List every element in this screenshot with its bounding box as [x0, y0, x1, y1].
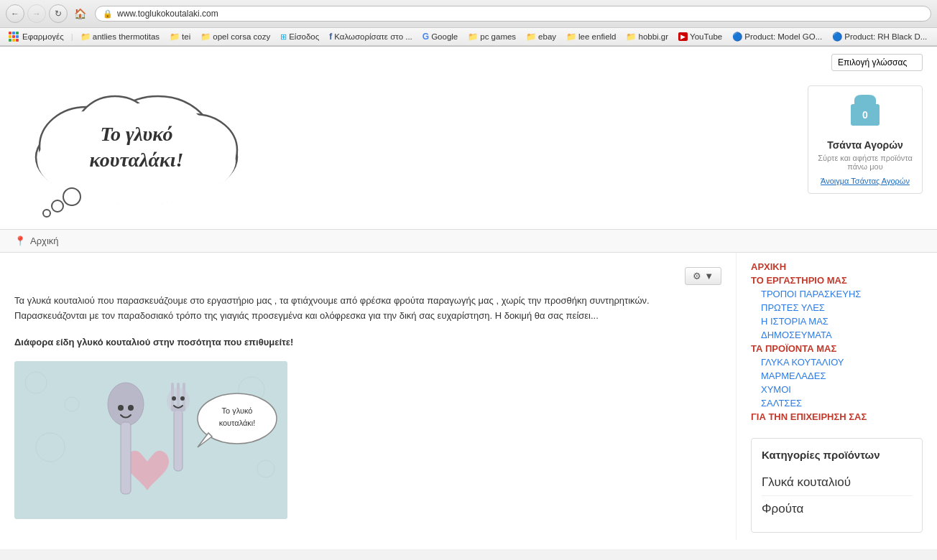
- svg-point-32: [180, 396, 185, 401]
- bookmark-label: lee enfield: [578, 32, 616, 41]
- svg-point-12: [43, 210, 50, 217]
- url-text: www.toglukokoutalaki.com: [117, 9, 923, 19]
- bookmark-hobbi[interactable]: 📁 hobbi.gr: [623, 31, 671, 42]
- content-area: ⚙ ▼ Τα γλυκά κουταλιού που παρασκευάζουμ…: [0, 253, 736, 540]
- apps-bookmark[interactable]: Εφαρμογές: [6, 31, 67, 42]
- folder-icon: 📁: [80, 32, 91, 42]
- folder-icon: 📁: [526, 32, 536, 42]
- bookmark-label: pc games: [480, 32, 516, 41]
- gear-toolbar: ⚙ ▼: [14, 267, 721, 285]
- categories-box: Κατηγορίες προϊόντων Γλυκά κουταλιού Φρο…: [751, 438, 923, 533]
- bookmark-ebay[interactable]: 📁 ebay: [523, 31, 559, 42]
- refresh-button[interactable]: ↻: [49, 4, 68, 23]
- bookmark-google[interactable]: G Google: [420, 31, 461, 42]
- breadcrumb-home[interactable]: Αρχική: [30, 235, 59, 246]
- svg-point-30: [167, 388, 190, 414]
- bookmark-opel[interactable]: 📁 opel corsa cozy: [198, 31, 273, 42]
- bookmark-label: tei: [182, 32, 190, 41]
- dropdown-arrow: ▼: [704, 271, 714, 281]
- sidebar-item-dimosevmata[interactable]: ΔΗΜΟΣΕΥΜΑΤΑ: [751, 328, 923, 342]
- back-button[interactable]: ←: [6, 4, 24, 23]
- sidebar-item-proionta[interactable]: ΤΑ ΠΡΟΪΟΝΤΑ ΜΑΣ: [751, 342, 923, 355]
- bookmarks-bar: Εφαρμογές | 📁 antlies thermotitas 📁 tei …: [0, 28, 937, 46]
- cart-open-link[interactable]: Άνοιγμα Τσάντας Αγορών: [821, 177, 910, 185]
- sidebar-item-saltses[interactable]: ΣΑΛΤΣΕΣ: [751, 396, 923, 410]
- main-bold-text: Διάφορα είδη γλυκό κουταλιού στην ποσότη…: [14, 335, 721, 350]
- bookmark-label: antlies thermotitas: [93, 32, 160, 41]
- bookmark-eisodos[interactable]: ⊞ Είσοδος: [277, 32, 322, 42]
- folder-icon: 📁: [170, 32, 180, 42]
- page-icon: 🔵: [732, 32, 742, 42]
- cart-icon-wrapper: 0: [844, 93, 887, 135]
- bookmark-label: Product: RH Black D...: [844, 32, 927, 41]
- page-header: Το γλυκό κουταλάκι! 0 Τσάντα Αγορών Σύρτ…: [0, 71, 937, 229]
- forward-button[interactable]: →: [27, 4, 46, 23]
- bookmark-label: hobbi.gr: [638, 32, 668, 41]
- bookmark-label: Καλωσορίσατε στο ...: [334, 32, 412, 41]
- cart-bag-icon: 0: [844, 93, 887, 133]
- logo-cloud: Το γλυκό κουταλάκι!: [14, 78, 259, 222]
- browser-chrome: ← → ↻ 🏠 🔒 www.toglukokoutalaki.com Εφαρμ…: [0, 0, 937, 47]
- home-button[interactable]: 🏠: [70, 4, 89, 23]
- sidebar-item-arxiki[interactable]: ΑΡΧΙΚΗ: [751, 260, 923, 274]
- cart-title: Τσάντα Αγορών: [816, 139, 915, 151]
- sidebar-item-protes[interactable]: ΠΡΩΤΕΣ ΥΛΕΣ: [751, 301, 923, 314]
- sidebar-item-xymoi[interactable]: ΧΥΜΟΙ: [751, 383, 923, 396]
- bookmark-lee[interactable]: 📁 lee enfield: [563, 31, 619, 42]
- svg-text:Το γλυκό: Το γλυκό: [222, 406, 253, 415]
- svg-rect-29: [174, 410, 183, 471]
- sidebar-item-glyka[interactable]: ΓΛΥΚΑ ΚΟΥΤΑΛΙΟΥ: [751, 355, 923, 369]
- sidebar: ΑΡΧΙΚΗ ΤΟ ΕΡΓΑΣΤΗΡΙΟ ΜΑΣ ΤΡΟΠΟΙ ΠΑΡΑΣΚΕΥ…: [736, 253, 937, 540]
- bookmark-label: ebay: [538, 32, 556, 41]
- bookmark-label: opel corsa cozy: [213, 32, 270, 41]
- svg-point-24: [128, 405, 134, 411]
- bookmark-fb[interactable]: f Καλωσορίσατε στο ...: [326, 31, 415, 42]
- sidebar-item-tropoi[interactable]: ΤΡΟΠΟΙ ΠΑΡΑΣΚΕΥΗΣ: [751, 287, 923, 301]
- bookmark-label: YouTube: [690, 32, 722, 41]
- main-layout: ⚙ ▼ Τα γλυκά κουταλιού που παρασκευάζουμ…: [0, 253, 937, 540]
- svg-point-10: [63, 188, 80, 205]
- bookmark-tei[interactable]: 📁 tei: [167, 31, 193, 42]
- svg-rect-22: [121, 422, 131, 494]
- categories-title: Κατηγορίες προϊόντων: [762, 449, 912, 461]
- logo-area: Το γλυκό κουταλάκι!: [14, 78, 287, 222]
- google-icon: G: [423, 32, 429, 42]
- cart-widget: 0 Τσάντα Αγορών Σύρτε και αφήστε προϊόντ…: [808, 85, 923, 194]
- main-body-text: Τα γλυκά κουταλιού που παρασκευάζουμε στ…: [14, 294, 721, 324]
- folder-icon: 📁: [626, 32, 636, 42]
- bookmark-pcgames[interactable]: 📁 pc games: [465, 31, 519, 42]
- pin-icon: 📍: [14, 235, 26, 246]
- sidebar-item-epixeirisi[interactable]: ΓΙΑ ΤΗΝ ΕΠΙΧΕΙΡΗΣΗ ΣΑΣ: [751, 410, 923, 424]
- breadcrumb-bar: 📍 Αρχική: [0, 229, 937, 253]
- gear-settings-button[interactable]: ⚙ ▼: [685, 267, 721, 285]
- cart-subtitle: Σύρτε και αφήστε προϊόντα πάνω μου: [816, 154, 915, 171]
- address-bar[interactable]: 🔒 www.toglukokoutalaki.com: [95, 6, 931, 22]
- bookmark-product2[interactable]: 🔵 Product: RH Black D...: [829, 31, 930, 42]
- svg-point-11: [52, 200, 63, 212]
- svg-point-23: [118, 405, 124, 411]
- facebook-icon: f: [329, 32, 332, 42]
- folder-icon: 📁: [566, 32, 576, 42]
- category-item-glyka[interactable]: Γλυκά κουταλιού: [762, 470, 912, 496]
- sidebar-item-ergastirio[interactable]: ΤΟ ΕΡΓΑΣΤΗΡΙΟ ΜΑΣ: [751, 274, 923, 287]
- page-wrapper: Επιλογή γλώσσας: [0, 47, 937, 549]
- bookmark-label: Είσοδος: [289, 32, 319, 41]
- bookmark-label: Google: [431, 32, 458, 41]
- main-illustration: Το γλυκό κουταλάκι!: [14, 361, 287, 519]
- bookmark-product1[interactable]: 🔵 Product: Model GO...: [729, 31, 825, 42]
- page-icon: 🔵: [832, 32, 842, 42]
- sidebar-item-istoria[interactable]: Η ΙΣΤΟΡΙΑ ΜΑΣ: [751, 314, 923, 328]
- language-selector[interactable]: Επιλογή γλώσσας: [831, 54, 923, 71]
- category-item-frouta[interactable]: Φρούτα: [762, 496, 912, 522]
- sidebar-item-marmelades[interactable]: ΜΑΡΜΕΛΑΔΕΣ: [751, 369, 923, 383]
- svg-point-31: [172, 396, 176, 401]
- bookmark-antlies[interactable]: 📁 antlies thermotitas: [78, 31, 162, 42]
- bookmark-label: Product: Model GO...: [744, 32, 822, 41]
- lock-icon: 🔒: [103, 9, 113, 19]
- windows-icon: ⊞: [280, 32, 287, 42]
- browser-titlebar: ← → ↻ 🏠 🔒 www.toglukokoutalaki.com: [0, 0, 937, 28]
- bookmark-youtube[interactable]: ▶ YouTube: [675, 32, 725, 42]
- nav-buttons: ← → ↻ 🏠: [6, 4, 89, 23]
- youtube-icon: ▶: [678, 32, 688, 41]
- gear-icon: ⚙: [693, 271, 701, 281]
